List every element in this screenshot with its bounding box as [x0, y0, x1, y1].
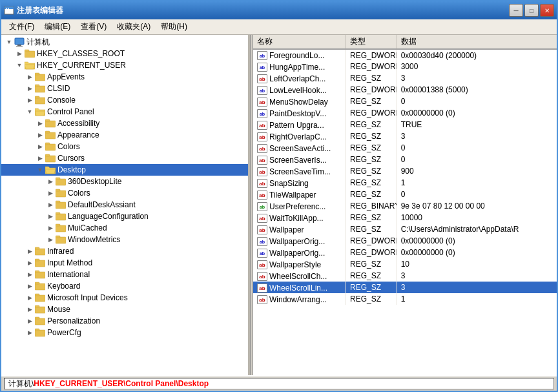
table-row[interactable]: abForegroundLo...REG_DWORD0x00030d40 (20…: [253, 49, 557, 61]
cell-data-7: 3: [397, 130, 557, 142]
defaultdesk-expand-icon[interactable]: ▶: [45, 200, 56, 210]
tree-item-powercfg[interactable]: ▶PowerCfg: [1, 327, 248, 338]
windowmetrics-expand-icon[interactable]: ▶: [45, 234, 56, 245]
tree-item-windowmetrics[interactable]: ▶WindowMetrics: [1, 234, 248, 245]
international-expand-icon[interactable]: ▶: [25, 269, 35, 280]
menu-favorites[interactable]: 收藏夹(A): [112, 20, 156, 34]
console-expand-icon[interactable]: ▶: [25, 95, 35, 105]
tree-item-hkcr[interactable]: ▶HKEY_CLASSES_ROOT: [1, 48, 248, 59]
tree-item-mouse[interactable]: ▶Mouse: [1, 304, 248, 315]
cell-data-2: 3: [397, 72, 557, 84]
table-row[interactable]: abTileWallpaperREG_SZ0: [253, 189, 557, 200]
tree-item-accessibility[interactable]: ▶Accessibility: [1, 118, 248, 129]
tree-item-inputmethod[interactable]: ▶Input Method: [1, 257, 248, 269]
tree-item-desktopcolors[interactable]: ▶Colors: [1, 187, 248, 199]
table-row[interactable]: abUserPreferenc...REG_BINARY9e 3e 07 80 …: [253, 200, 557, 212]
tree-scroll[interactable]: ▼计算机▶HKEY_CLASSES_ROOT▼HKEY_CURRENT_USER…: [1, 35, 248, 375]
tree-item-cursors[interactable]: ▶Cursors: [1, 152, 248, 164]
tree-item-muicached[interactable]: ▶MuiCached: [1, 222, 248, 234]
tree-item-international[interactable]: ▶International: [1, 269, 248, 280]
tree-item-hkcu[interactable]: ▼HKEY_CURRENT_USER: [1, 59, 248, 71]
maximize-button[interactable]: □: [524, 4, 539, 17]
tree-item-infrared[interactable]: ▶Infrared: [1, 245, 248, 257]
minimize-button[interactable]: ─: [509, 4, 523, 17]
computer-expand-icon[interactable]: ▼: [4, 37, 14, 47]
tree-item-langconfig[interactable]: ▶LanguageConfiguration: [1, 211, 248, 222]
tree-item-appevents[interactable]: ▶AppEvents: [1, 71, 248, 83]
cell-name-1: abHungAppTime...: [253, 61, 346, 72]
tree-item-colors[interactable]: ▶Colors: [1, 141, 248, 152]
tree-item-keyboard[interactable]: ▶Keyboard: [1, 280, 248, 292]
desktop360-expand-icon[interactable]: ▶: [45, 176, 56, 187]
mouse-expand-icon[interactable]: ▶: [25, 304, 35, 315]
clsid-expand-icon[interactable]: ▶: [25, 83, 35, 94]
powercfg-expand-icon[interactable]: ▶: [25, 327, 35, 338]
menu-edit[interactable]: 编辑(E): [39, 20, 76, 34]
tree-item-msid[interactable]: ▶Microsoft Input Devices: [1, 292, 248, 304]
table-row[interactable]: abWheelScrollLin...REG_SZ3: [253, 282, 557, 293]
muicached-expand-icon[interactable]: ▶: [45, 223, 56, 233]
table-row[interactable]: abWallpaperOrig...REG_DWORD0x00000000 (0…: [253, 247, 557, 258]
table-row[interactable]: abWaitToKillApp...REG_SZ10000: [253, 212, 557, 223]
svg-rect-56: [35, 329, 39, 331]
appearance-expand-icon[interactable]: ▶: [35, 130, 45, 140]
close-button[interactable]: ✕: [540, 4, 554, 17]
row-name: WallpaperStyle: [269, 260, 321, 269]
keyboard-expand-icon[interactable]: ▶: [25, 281, 35, 291]
col-type-header[interactable]: 类型: [346, 35, 397, 49]
col-name-header[interactable]: 名称: [253, 35, 346, 49]
menu-help[interactable]: 帮助(H): [156, 20, 192, 34]
inputmethod-expand-icon[interactable]: ▶: [25, 258, 35, 268]
table-row[interactable]: abPaintDesktopV...REG_DWORD0x00000000 (0…: [253, 107, 557, 119]
msid-expand-icon[interactable]: ▶: [25, 293, 35, 303]
accessibility-expand-icon[interactable]: ▶: [35, 118, 45, 129]
svg-rect-38: [56, 224, 60, 226]
table-row[interactable]: abWindowArrang...REG_SZ1: [253, 293, 557, 305]
infrared-expand-icon[interactable]: ▶: [25, 246, 35, 256]
col-data-header[interactable]: 数据: [397, 35, 557, 49]
row-name: WheelScrollCh...: [269, 272, 327, 281]
appevents-expand-icon[interactable]: ▶: [25, 72, 35, 82]
table-row[interactable]: abWallpaperStyleREG_SZ10: [253, 258, 557, 270]
right-scroll[interactable]: 名称 类型 数据 abForegroundLo...REG_DWORD0x000…: [253, 35, 557, 375]
tree-item-desktop360[interactable]: ▶360DesktopLite: [1, 176, 248, 187]
svg-rect-34: [56, 201, 60, 203]
tree-item-computer[interactable]: ▼计算机: [1, 36, 248, 48]
dword-icon: ab: [257, 51, 267, 60]
hkcu-expand-icon[interactable]: ▼: [14, 60, 25, 70]
colors-expand-icon[interactable]: ▶: [35, 141, 45, 152]
tree-item-personalization[interactable]: ▶Personalization: [1, 315, 248, 327]
controlpanel-expand-icon[interactable]: ▼: [25, 107, 35, 117]
table-row[interactable]: abPattern Upgra...REG_SZTRUE: [253, 119, 557, 130]
table-row[interactable]: abWheelScrollCh...REG_SZ3: [253, 270, 557, 282]
table-row[interactable]: abScreenSaveTim...REG_SZ900: [253, 165, 557, 177]
table-row[interactable]: abScreenSaveActi...REG_SZ0: [253, 142, 557, 154]
tree-item-appearance[interactable]: ▶Appearance: [1, 129, 248, 141]
tree-item-clsid[interactable]: ▶CLSID: [1, 83, 248, 94]
tree-item-defaultdesk[interactable]: ▶DefaultDeskAssiant: [1, 199, 248, 211]
cell-data-11: 1: [397, 177, 557, 189]
table-row[interactable]: abWallpaperOrig...REG_DWORD0x00000000 (0…: [253, 235, 557, 247]
langconfig-expand-icon[interactable]: ▶: [45, 211, 56, 222]
tree-item-console[interactable]: ▶Console: [1, 94, 248, 106]
table-row[interactable]: abWallpaperREG_SZC:\Users\Administrator\…: [253, 223, 557, 235]
tree-item-controlpanel[interactable]: ▼Control Panel: [1, 106, 248, 118]
table-row[interactable]: abRightOverlapC...REG_SZ3: [253, 130, 557, 142]
desktop-expand-icon[interactable]: ▼: [35, 165, 45, 175]
table-row[interactable]: abHungAppTime...REG_DWORD3000: [253, 61, 557, 72]
table-row[interactable]: abScreenSaverIs...REG_SZ0: [253, 154, 557, 165]
tree-item-desktop[interactable]: ▼Desktop: [1, 164, 248, 176]
personalization-label: Personalization: [47, 316, 100, 325]
tree-pane: ▼计算机▶HKEY_CLASSES_ROOT▼HKEY_CURRENT_USER…: [1, 35, 250, 375]
table-row[interactable]: abLowLevelHook...REG_DWORD0x00001388 (50…: [253, 84, 557, 96]
table-row[interactable]: abMenuShowDelayREG_SZ0: [253, 96, 557, 107]
personalization-expand-icon[interactable]: ▶: [25, 316, 35, 326]
table-row[interactable]: abLeftOverlapCh...REG_SZ3: [253, 72, 557, 84]
table-row[interactable]: abSnapSizingREG_SZ1: [253, 177, 557, 189]
menu-file[interactable]: 文件(F): [4, 20, 39, 34]
menu-view[interactable]: 查看(V): [76, 20, 112, 34]
cell-data-19: 3: [397, 270, 557, 282]
cursors-expand-icon[interactable]: ▶: [35, 153, 45, 163]
desktopcolors-expand-icon[interactable]: ▶: [45, 188, 56, 198]
hkcr-expand-icon[interactable]: ▶: [14, 48, 25, 59]
